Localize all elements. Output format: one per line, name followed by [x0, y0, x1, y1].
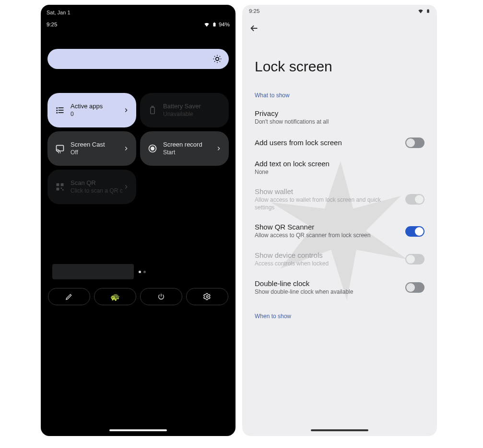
setting-title: Show wallet: [255, 187, 398, 195]
list-icon: [55, 105, 65, 115]
status-time: 9:25: [47, 22, 57, 27]
svg-rect-16: [57, 188, 59, 191]
svg-rect-8: [59, 112, 64, 113]
setting-add-users[interactable]: Add users from lock screen: [242, 132, 437, 154]
toggle-show-wallet: [405, 194, 424, 205]
battery-percent: 94%: [219, 22, 230, 27]
brightness-slider[interactable]: [47, 49, 229, 69]
tile-sub: Start: [163, 149, 202, 156]
battery-icon: [212, 21, 217, 28]
svg-point-2: [216, 57, 219, 61]
settings-button[interactable]: [186, 288, 228, 305]
svg-rect-5: [57, 110, 58, 111]
tile-sub: Click to scan a QR c: [71, 187, 123, 195]
setting-sub: Allow access to QR scanner from lock scr…: [255, 232, 370, 240]
setting-sub: Show double-line clock when available: [255, 288, 353, 296]
setting-sub: Access controls when locked: [255, 260, 329, 268]
svg-rect-17: [61, 188, 62, 189]
brightness-icon: [212, 54, 222, 64]
wifi-icon: [203, 21, 210, 28]
svg-rect-20: [427, 10, 429, 13]
section-what-to-show: What to show: [242, 88, 437, 103]
svg-rect-1: [214, 22, 215, 23]
svg-rect-7: [57, 112, 58, 114]
chevron-right-icon: [123, 107, 130, 114]
setting-privacy[interactable]: Privacy Don't show notifications at all: [242, 103, 437, 132]
setting-double-line-clock[interactable]: Double-line clock Show double-line clock…: [242, 274, 437, 302]
edit-button[interactable]: [48, 288, 90, 305]
svg-rect-15: [61, 184, 64, 186]
toggle-double-line-clock[interactable]: [405, 282, 424, 293]
setting-title: Double-line clock: [255, 279, 353, 287]
wifi-icon: [417, 8, 424, 14]
dot: [143, 271, 146, 273]
chevron-right-icon: [123, 184, 130, 190]
svg-rect-4: [59, 107, 64, 108]
chevron-right-icon: [123, 145, 130, 152]
battery-icon: [148, 105, 157, 115]
record-icon: [148, 144, 157, 153]
tile-title: Battery Saver: [163, 103, 201, 110]
user-emoji: 🐢: [110, 292, 120, 301]
setting-sub: Don't show notifications at all: [255, 118, 329, 126]
power-icon: [157, 293, 165, 300]
dot-active: [139, 271, 141, 273]
qr-icon: [55, 182, 65, 192]
battery-icon: [426, 8, 430, 14]
setting-title: Add users from lock screen: [255, 138, 342, 147]
tile-sub: Unavailable: [163, 111, 201, 118]
tile-screen-record[interactable]: Screen record Start: [140, 131, 229, 166]
svg-rect-3: [57, 107, 58, 109]
page-indicator: [139, 271, 146, 273]
media-placeholder[interactable]: [52, 264, 134, 279]
setting-show-wallet: Show wallet Allow access to wallet from …: [242, 182, 437, 217]
svg-rect-9: [151, 107, 154, 114]
status-bar: 9:25: [242, 5, 437, 14]
svg-rect-14: [57, 184, 59, 186]
tile-screen-cast[interactable]: Screen Cast Off: [47, 131, 136, 166]
svg-point-13: [151, 147, 154, 150]
tile-sub: Off: [71, 149, 105, 156]
power-button[interactable]: [140, 288, 182, 305]
status-icons: 94%: [203, 21, 230, 28]
setting-title: Privacy: [255, 109, 329, 117]
nav-handle[interactable]: [311, 429, 368, 431]
status-time: 9:25: [249, 8, 259, 14]
setting-show-qr[interactable]: Show QR Scanner Allow access to QR scann…: [242, 217, 437, 245]
pencil-icon: [65, 293, 73, 300]
user-button[interactable]: 🐢: [94, 288, 136, 305]
quick-settings-screen: Sat, Jan 1 9:25 94% Active apps 0: [41, 5, 236, 436]
page-title: Lock screen: [242, 39, 437, 88]
tile-active-apps[interactable]: Active apps 0: [47, 93, 136, 127]
tile-title: Scan QR: [71, 179, 123, 187]
toggle-show-qr[interactable]: [405, 226, 424, 237]
back-icon[interactable]: [249, 23, 259, 34]
tile-sub: 0: [71, 111, 103, 118]
setting-add-text[interactable]: Add text on lock screen None: [242, 154, 437, 182]
svg-rect-11: [57, 145, 64, 151]
setting-title: Add text on lock screen: [255, 160, 330, 168]
toggle-add-users[interactable]: [405, 138, 424, 148]
tile-scan-qr[interactable]: Scan QR Click to scan a QR c: [47, 170, 136, 204]
svg-rect-6: [59, 110, 64, 111]
settings-icon: [203, 293, 211, 300]
status-bar: 9:25 94%: [41, 16, 236, 30]
setting-sub: Allow access to wallet from lock screen …: [255, 196, 398, 211]
tile-title: Screen record: [163, 141, 202, 149]
tile-battery-saver[interactable]: Battery Saver Unavailable: [140, 93, 229, 127]
qs-tiles: Active apps 0 Battery Saver Unavailable …: [47, 93, 229, 204]
svg-rect-21: [428, 9, 429, 10]
lock-screen-settings: 9:25 Lock screen What to show Privacy Do…: [242, 5, 437, 436]
toggle-device-controls: [405, 254, 424, 264]
nav-handle[interactable]: [109, 429, 167, 431]
svg-rect-0: [213, 23, 215, 27]
svg-point-19: [206, 296, 208, 298]
svg-rect-18: [62, 189, 64, 191]
svg-rect-10: [152, 106, 153, 108]
tile-title: Screen Cast: [71, 141, 105, 149]
setting-sub: None: [255, 169, 330, 176]
chevron-right-icon: [215, 145, 222, 152]
status-bar-date: Sat, Jan 1: [41, 5, 236, 16]
setting-title: Show QR Scanner: [255, 223, 370, 231]
cast-icon: [55, 144, 65, 153]
